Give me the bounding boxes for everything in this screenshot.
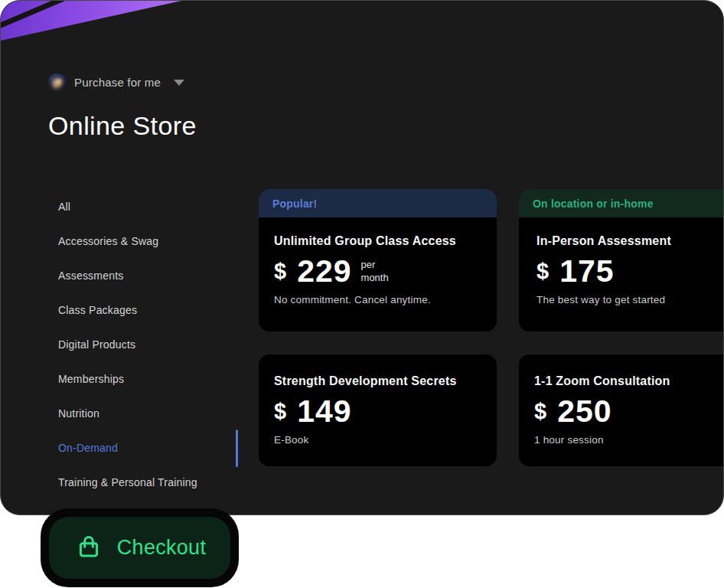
price-unit: per month (361, 259, 389, 284)
currency-symbol: $ (274, 259, 286, 284)
sidebar-item-assessments[interactable]: Assessments (58, 258, 197, 292)
product-title: Unlimited Group Class Access (274, 234, 481, 248)
currency-symbol: $ (536, 259, 549, 284)
purchase-for-label: Purchase for me (74, 76, 161, 89)
card-body: 1-1 Zoom Consultation $ 250 1 hour sessi… (519, 354, 724, 446)
price-row: $ 229 per month (274, 254, 481, 289)
purple-decoration (1, 1, 181, 41)
checkout-button-inner: Checkout (49, 517, 230, 579)
product-subtitle: No commitment. Cancel anytime. (274, 294, 481, 305)
card-body: Strength Development Secrets $ 149 E-Boo… (259, 354, 497, 446)
price-unit-top: per (361, 259, 389, 271)
price-amount: 149 (297, 394, 351, 429)
product-title: Strength Development Secrets (274, 374, 481, 388)
price-row: $ 250 (534, 394, 724, 429)
product-subtitle: 1 hour session (534, 434, 724, 446)
price-row: $ 175 (536, 254, 724, 289)
card-body: Unlimited Group Class Access $ 229 per m… (259, 217, 497, 305)
online-store-panel: Purchase for me Online Store All Accesso… (0, 0, 724, 515)
product-subtitle: The best way to get started (536, 294, 724, 305)
sidebar-item-memberships[interactable]: Memberships (58, 361, 197, 396)
checkout-button[interactable]: Checkout (41, 508, 239, 587)
purchase-for-selector[interactable]: Purchase for me (48, 74, 184, 91)
price-amount: 250 (557, 394, 611, 429)
avatar (48, 74, 66, 91)
diagonal-stripe (0, 0, 82, 30)
product-card-in-person-assessment[interactable]: On location or in-home In-Person Assessm… (519, 189, 724, 332)
sidebar-item-digital-products[interactable]: Digital Products (58, 327, 197, 361)
sidebar-item-class-packages[interactable]: Class Packages (58, 292, 197, 327)
shopping-bag-icon (73, 533, 104, 564)
price-unit-bottom: month (361, 272, 389, 284)
product-card-unlimited-group-class[interactable]: Popular! Unlimited Group Class Access $ … (259, 189, 497, 332)
price-amount: 229 (297, 254, 351, 289)
sidebar-item-all[interactable]: All (58, 189, 197, 224)
sidebar-item-training[interactable]: Training & Personal Training (58, 465, 197, 499)
product-badge: On location or in-home (519, 189, 724, 217)
product-subtitle: E-Book (274, 434, 481, 446)
product-badge: Popular! (259, 189, 497, 217)
category-sidebar: All Accessories & Swag Assessments Class… (58, 189, 197, 499)
price-amount: 175 (559, 254, 614, 289)
active-category-indicator (236, 430, 238, 467)
price-row: $ 149 (274, 394, 481, 429)
product-card-strength-development-secrets[interactable]: Strength Development Secrets $ 149 E-Boo… (259, 354, 497, 466)
sidebar-item-nutrition[interactable]: Nutrition (58, 396, 197, 430)
product-title: 1-1 Zoom Consultation (534, 374, 724, 388)
currency-symbol: $ (274, 399, 286, 424)
page-title: Online Store (48, 111, 197, 141)
checkout-label: Checkout (117, 536, 206, 560)
chevron-down-icon (174, 80, 184, 86)
sidebar-item-accessories-swag[interactable]: Accessories & Swag (58, 224, 197, 258)
currency-symbol: $ (534, 399, 546, 424)
card-body: In-Person Assessment $ 175 The best way … (519, 217, 724, 305)
product-card-zoom-consultation[interactable]: 1-1 Zoom Consultation $ 250 1 hour sessi… (519, 354, 724, 466)
sidebar-item-on-demand[interactable]: On-Demand (58, 430, 197, 465)
product-title: In-Person Assessment (536, 234, 724, 248)
